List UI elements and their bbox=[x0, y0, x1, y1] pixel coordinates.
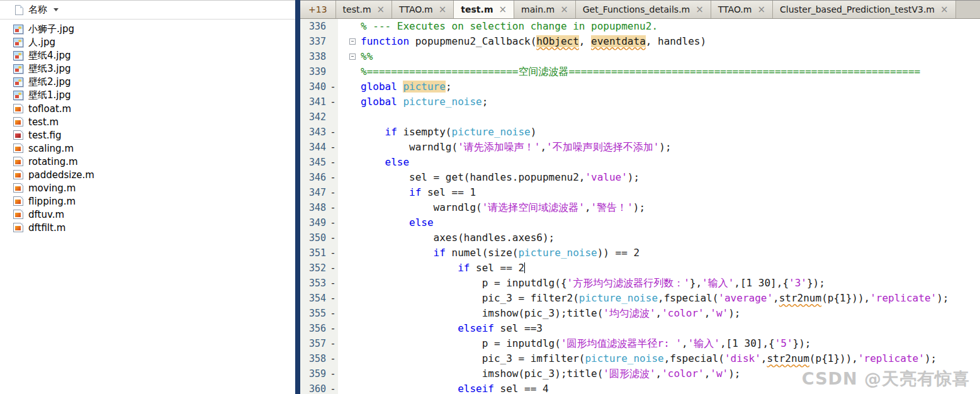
code-text: pic_3 = imfilter(picture_noise,fspecial(… bbox=[361, 351, 937, 366]
fold-marker-icon[interactable] bbox=[349, 38, 356, 45]
code-line[interactable]: 353- p = inputdlg({'方形均匀滤波器行列数：'},'输入',[… bbox=[300, 276, 980, 291]
code-line[interactable]: 356- elseif sel ==3 bbox=[300, 321, 980, 336]
execution-marker[interactable] bbox=[328, 64, 338, 79]
code-area[interactable]: 336% --- Executes on selection change in… bbox=[300, 19, 980, 394]
code-line[interactable]: 350- axes(handles.axes6); bbox=[300, 230, 980, 245]
code-line[interactable]: 340-global picture; bbox=[300, 79, 980, 94]
file-item[interactable]: dftuv.m bbox=[0, 208, 295, 221]
code-line[interactable]: 348- warndlg('请选择空间域滤波器','警告！'); bbox=[300, 200, 980, 215]
fold-gutter bbox=[338, 336, 361, 351]
code-line[interactable]: 338%% bbox=[300, 49, 980, 64]
editor-tab[interactable]: TTAO.m× bbox=[392, 1, 454, 18]
execution-marker[interactable]: - bbox=[328, 185, 338, 200]
execution-marker[interactable]: - bbox=[328, 215, 338, 230]
token-keyword: if bbox=[409, 186, 421, 198]
code-line[interactable]: 358- pic_3 = imfilter(picture_noise,fspe… bbox=[300, 351, 980, 366]
file-item[interactable]: test.m bbox=[0, 115, 295, 128]
editor-tab[interactable]: test.m× bbox=[336, 1, 393, 18]
editor-tab[interactable]: Get_Functions_details.m× bbox=[576, 1, 711, 18]
code-line[interactable]: 349- else bbox=[300, 215, 980, 230]
file-item[interactable]: scaling.m bbox=[0, 142, 295, 155]
execution-marker[interactable]: - bbox=[328, 79, 338, 94]
code-line[interactable]: 355- imshow(pic_3);title('均匀滤波','color',… bbox=[300, 306, 980, 321]
editor-tab[interactable]: Cluster_based_Prediction_testV3.m× bbox=[773, 1, 956, 18]
file-item[interactable]: test.fig bbox=[0, 128, 295, 142]
tab-close-icon[interactable]: × bbox=[560, 5, 568, 14]
fold-gutter bbox=[338, 276, 361, 291]
tab-close-icon[interactable]: × bbox=[377, 5, 385, 14]
fold-gutter bbox=[338, 230, 361, 245]
execution-marker[interactable]: - bbox=[328, 336, 338, 351]
column-header-name[interactable]: 名称 bbox=[28, 4, 47, 16]
code-line[interactable]: 357- p = inputdlg('圆形均值滤波器半径r: ','输入',[1… bbox=[300, 336, 980, 351]
code-line[interactable]: 354- pic_3 = filter2(picture_noise,fspec… bbox=[300, 291, 980, 306]
file-panel-header[interactable]: 名称 bbox=[0, 1, 295, 20]
execution-marker[interactable] bbox=[328, 34, 338, 49]
file-name: 壁纸1.jpg bbox=[28, 89, 71, 101]
file-item[interactable]: 壁纸4.jpg bbox=[0, 49, 295, 62]
execution-marker[interactable] bbox=[328, 110, 338, 125]
code-line[interactable]: 360- elseif sel == 4 bbox=[300, 381, 980, 394]
execution-marker[interactable] bbox=[328, 19, 338, 34]
execution-marker[interactable]: - bbox=[328, 291, 338, 306]
execution-marker[interactable]: - bbox=[328, 155, 338, 170]
execution-marker[interactable]: - bbox=[328, 200, 338, 215]
file-item[interactable]: moving.m bbox=[0, 181, 295, 194]
code-line[interactable]: 351- if numel(size(picture_noise)) == 2 bbox=[300, 245, 980, 261]
code-line[interactable]: 346- sel = get(handles.popupmenu2,'value… bbox=[300, 170, 980, 185]
editor-tab[interactable]: main.m× bbox=[514, 1, 576, 18]
fold-gutter bbox=[338, 306, 361, 321]
file-item[interactable]: 壁纸2.jpg bbox=[0, 76, 295, 89]
code-line[interactable]: 339%=========================空间滤波器======… bbox=[300, 64, 980, 79]
execution-marker[interactable]: - bbox=[328, 140, 338, 155]
file-item[interactable]: 人.jpg bbox=[0, 36, 295, 49]
execution-marker[interactable]: - bbox=[328, 306, 338, 321]
file-item[interactable]: paddedsize.m bbox=[0, 168, 295, 181]
file-item[interactable]: dftfilt.m bbox=[0, 221, 295, 234]
tab-close-icon[interactable]: × bbox=[940, 5, 949, 14]
editor-tab[interactable]: TTAO.m× bbox=[711, 1, 773, 18]
file-item[interactable]: rotating.m bbox=[0, 155, 295, 168]
token-plain: ) bbox=[531, 126, 537, 138]
editor-tab-active[interactable]: test.m× bbox=[454, 1, 514, 18]
fold-gutter bbox=[338, 110, 361, 125]
code-line[interactable]: 347- if sel == 1 bbox=[300, 185, 980, 200]
tab-close-icon[interactable]: × bbox=[757, 5, 765, 14]
execution-marker[interactable]: - bbox=[328, 381, 338, 394]
execution-marker[interactable]: - bbox=[328, 125, 338, 140]
tab-label: Get_Functions_details.m bbox=[583, 4, 690, 14]
code-line[interactable]: 352- if sel == 2 bbox=[300, 261, 980, 276]
code-line[interactable]: 341-global picture_noise; bbox=[300, 94, 980, 110]
file-item[interactable]: tofloat.m bbox=[0, 102, 295, 115]
code-line[interactable]: 345- else bbox=[300, 155, 980, 170]
tab-close-icon[interactable]: × bbox=[498, 5, 507, 14]
file-item[interactable]: 小狮子.jpg bbox=[0, 23, 295, 36]
line-number: 342 bbox=[300, 110, 328, 125]
tab-close-icon[interactable]: × bbox=[439, 5, 447, 14]
token-plain: }); bbox=[807, 277, 825, 289]
file-item[interactable]: flipping.m bbox=[0, 194, 295, 208]
code-line[interactable]: 337function popupmenu2_Callback(hObject,… bbox=[300, 34, 980, 49]
tab-close-icon[interactable]: × bbox=[696, 5, 704, 14]
execution-marker[interactable] bbox=[328, 49, 338, 64]
execution-marker[interactable]: - bbox=[328, 366, 338, 381]
code-line[interactable]: 343- if isempty(picture_noise) bbox=[300, 125, 980, 140]
code-line[interactable]: 344- warndlg('请先添加噪声！','不加噪声则选择不添加'); bbox=[300, 140, 980, 155]
file-item[interactable]: 壁纸1.jpg bbox=[0, 89, 295, 102]
code-line[interactable]: 336% --- Executes on selection change in… bbox=[300, 19, 980, 34]
execution-marker[interactable]: - bbox=[328, 94, 338, 110]
execution-marker[interactable]: - bbox=[328, 261, 338, 276]
execution-marker[interactable]: - bbox=[328, 351, 338, 366]
execution-marker[interactable]: - bbox=[328, 170, 338, 185]
code-line[interactable]: 359- imshow(pic_3);title('圆形滤波','color',… bbox=[300, 366, 980, 381]
fold-marker-icon[interactable] bbox=[349, 53, 356, 60]
tab-overflow-button[interactable]: +13 bbox=[300, 1, 336, 18]
execution-marker[interactable]: - bbox=[328, 276, 338, 291]
token-string: '请先添加噪声！' bbox=[458, 141, 540, 153]
panel-splitter[interactable] bbox=[295, 0, 300, 394]
execution-marker[interactable]: - bbox=[328, 230, 338, 245]
execution-marker[interactable]: - bbox=[328, 245, 338, 261]
file-item[interactable]: 壁纸3.jpg bbox=[0, 62, 295, 76]
execution-marker[interactable]: - bbox=[328, 321, 338, 336]
code-line[interactable]: 342 bbox=[300, 110, 980, 125]
